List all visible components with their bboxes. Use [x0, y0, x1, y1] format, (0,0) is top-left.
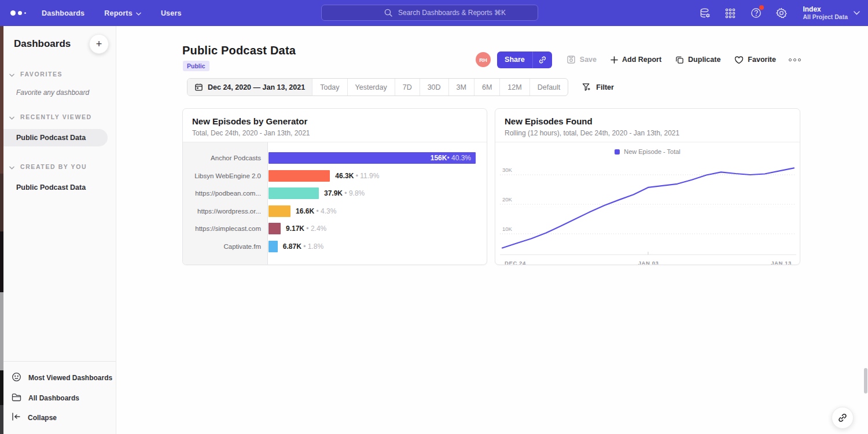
line-chart-header: New Episodes Found Rolling (12 hours), t…: [495, 109, 800, 142]
settings-gear-icon[interactable]: [775, 7, 788, 20]
add-report-button[interactable]: Add Report: [610, 56, 661, 64]
bar-track: 37.9K • 9.8%: [268, 187, 487, 199]
bar-row-https-wordpress-or[interactable]: https://wordpress.or...16.6K • 4.3%: [183, 203, 487, 220]
sidebar-section-header[interactable]: RECENTLY VIEWED: [3, 112, 116, 122]
sidebar-item-public-podcast-data[interactable]: Public Podcast Data: [3, 129, 108, 146]
sidebar-section-label: RECENTLY VIEWED: [20, 113, 92, 120]
sidebar-section-header[interactable]: CREATED BY YOU: [3, 161, 116, 172]
sidebar-footer-all-dashboards[interactable]: All Dashboards: [3, 388, 116, 408]
filter-funnel-icon: [582, 83, 591, 91]
sidebar-section-recently-viewed: RECENTLY VIEWEDPublic Podcast Data: [3, 112, 116, 146]
sidebar-footer-label: Most Viewed Dashboards: [28, 374, 112, 382]
date-preset-7d[interactable]: 7D: [395, 79, 420, 95]
collapse-icon: [12, 413, 21, 422]
bar-chart-card[interactable]: New Episodes by Generator Total, Dec 24t…: [182, 108, 487, 265]
bar-segment[interactable]: [269, 187, 319, 199]
data-management-icon[interactable]: [698, 7, 711, 20]
sidebar-section-favorites: FAVORITESFavorite any dashboard: [3, 69, 116, 97]
bar-row-https-podbean-com[interactable]: https://podbean.com...37.9K • 9.8%: [183, 185, 487, 203]
nav-item-label: Users: [161, 9, 182, 17]
bar-row-captivate-fm[interactable]: Captivate.fm6.87K • 1.8%: [183, 238, 487, 256]
bar-category-label: Libsyn WebEngine 2.0: [183, 172, 268, 179]
header-actions: RH Share Save Add Report Duplicate Favor…: [476, 51, 801, 68]
sidebar-title: Dashboards: [14, 38, 71, 50]
bar-rows: Anchor Podcasts156K • 40.3%Libsyn WebEng…: [183, 142, 487, 255]
chevron-down-icon: [136, 9, 141, 17]
bar-row-https-simplecast-com[interactable]: https://simplecast.com9.17K • 2.4%: [183, 220, 487, 238]
date-presets: TodayYesterday7D30D3M6M12MDefault: [312, 79, 568, 95]
sidebar-item-public-podcast-data[interactable]: Public Podcast Data: [3, 179, 116, 196]
date-preset-yesterday[interactable]: Yesterday: [347, 79, 395, 95]
sidebar-section-label: FAVORITES: [20, 71, 62, 78]
global-search[interactable]: [321, 5, 538, 21]
line-chart-card[interactable]: New Episodes Found Rolling (12 hours), t…: [495, 108, 800, 265]
sidebar-section-header[interactable]: FAVORITES: [3, 69, 116, 79]
nav-right: Index All Project Data: [698, 0, 860, 26]
date-preset-12m[interactable]: 12M: [499, 79, 529, 95]
bar-row-libsyn-webengine-2-0[interactable]: Libsyn WebEngine 2.046.3K • 11.9%: [183, 167, 487, 185]
page-scrollbar-thumb[interactable]: [864, 368, 867, 393]
date-preset-default[interactable]: Default: [529, 79, 568, 95]
save-button[interactable]: Save: [567, 55, 597, 64]
share-button[interactable]: Share: [497, 52, 532, 68]
avatar[interactable]: RH: [476, 52, 491, 67]
filter-button[interactable]: Filter: [582, 83, 614, 91]
search-input[interactable]: [341, 9, 532, 17]
share-link-button[interactable]: [532, 52, 552, 68]
date-preset-today[interactable]: Today: [312, 79, 347, 95]
floating-copy-link-button[interactable]: [832, 407, 854, 429]
sidebar-footer-collapse[interactable]: Collapse: [3, 408, 116, 427]
bar-row-anchor-podcasts[interactable]: Anchor Podcasts156K • 40.3%: [183, 149, 487, 167]
favorite-button[interactable]: Favorite: [734, 56, 776, 64]
date-preset-30d[interactable]: 30D: [420, 79, 448, 95]
bar-value-label: 46.3K • 11.9%: [335, 172, 379, 180]
project-subtitle: All Project Data: [803, 13, 848, 21]
sidebar-footer-most-viewed-dashboards[interactable]: Most Viewed Dashboards: [3, 367, 116, 388]
bar-value-label: 16.6K • 4.3%: [296, 207, 336, 215]
date-preset-6m[interactable]: 6M: [474, 79, 499, 95]
chevron-down-icon: [9, 112, 14, 122]
bar-segment[interactable]: [269, 170, 330, 182]
nav-item-dashboards[interactable]: Dashboards: [42, 9, 84, 17]
date-preset-3m[interactable]: 3M: [448, 79, 474, 95]
bar-track: 156K • 40.3%: [268, 152, 487, 164]
y-tick-label: 20K: [502, 196, 513, 203]
more-options-button[interactable]: [789, 58, 801, 61]
bar-segment[interactable]: 156K • 40.3%: [269, 152, 476, 164]
apps-grid-icon[interactable]: [724, 7, 737, 20]
bar-track: 16.6K • 4.3%: [268, 205, 487, 217]
line-chart-title: New Episodes Found: [505, 116, 790, 126]
help-icon[interactable]: [749, 7, 762, 20]
bar-segment[interactable]: [269, 205, 290, 217]
heart-icon: [734, 56, 744, 64]
sidebar-section-created-by-you: CREATED BY YOUPublic Podcast Data: [3, 161, 116, 196]
sidebar-section-label: CREATED BY YOU: [20, 163, 87, 170]
project-name: Index: [803, 5, 848, 13]
date-range-picker[interactable]: Dec 24, 2020 — Jan 13, 2021: [187, 79, 312, 95]
legend-label: New Episode - Total: [624, 148, 681, 155]
project-selector[interactable]: Index All Project Data: [803, 5, 860, 21]
new-dashboard-button[interactable]: +: [89, 34, 109, 54]
nav-item-reports[interactable]: Reports: [104, 9, 141, 17]
bar-category-label: Anchor Podcasts: [183, 155, 268, 161]
line-plot: 10K20K30K: [500, 157, 796, 259]
save-icon: [567, 55, 576, 64]
legend-swatch: [615, 149, 620, 155]
duplicate-button[interactable]: Duplicate: [675, 56, 720, 64]
duplicate-icon: [675, 56, 684, 64]
bar-value-label: 9.17K • 2.4%: [286, 225, 326, 233]
line-series[interactable]: [502, 168, 794, 248]
bar-segment[interactable]: [269, 223, 281, 234]
mixpanel-logo-icon[interactable]: [10, 10, 34, 16]
nav-item-users[interactable]: Users: [161, 9, 182, 17]
smiley-icon: [12, 372, 21, 384]
sidebar-footer-label: Collapse: [28, 414, 57, 422]
line-x-axis-labels: DEC 24JAN 03JAN 13: [495, 259, 800, 265]
y-tick-label: 10K: [502, 226, 513, 232]
bar-segment[interactable]: [269, 241, 278, 252]
bar-track: 9.17K • 2.4%: [268, 223, 487, 234]
date-range-group: Dec 24, 2020 — Jan 13, 2021 TodayYesterd…: [187, 78, 568, 96]
sidebar-empty-hint: Favorite any dashboard: [3, 79, 116, 97]
calendar-icon: [194, 83, 203, 91]
top-navbar: DashboardsReportsUsers Index All Project…: [0, 0, 868, 26]
